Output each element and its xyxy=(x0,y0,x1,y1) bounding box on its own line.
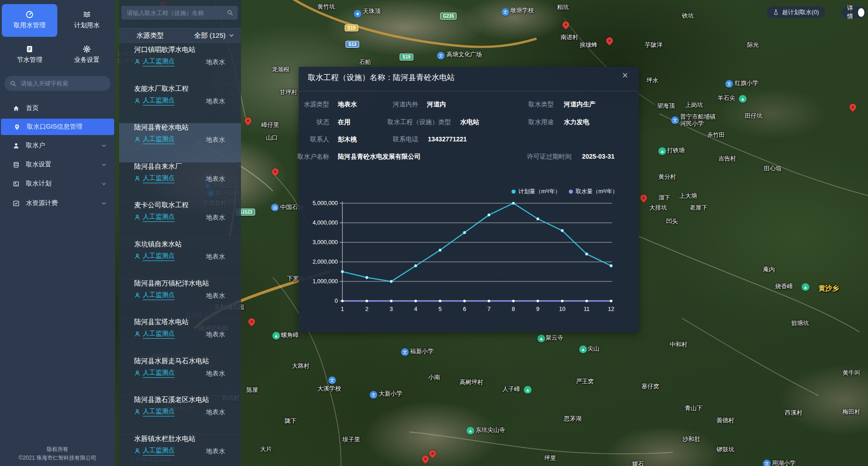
station-list-item[interactable]: 水唇镇水栏肚水电站人工监测点地表水 xyxy=(119,435,241,466)
copyright: 版权所有 ©2021 珠海市仁智科技有限公司 xyxy=(0,445,115,462)
filter-value[interactable]: 全部 (125) xyxy=(194,31,226,40)
map-poi-green[interactable]: ▲ xyxy=(467,427,474,435)
person-icon xyxy=(134,253,140,260)
map-poi-blue[interactable]: 文 xyxy=(401,348,409,356)
person-icon xyxy=(134,331,140,337)
person-icon xyxy=(134,214,140,220)
station-list-item[interactable]: 麦卡公司取水工程人工监测点地表水 xyxy=(119,201,241,240)
chevron-down-icon xyxy=(101,200,107,206)
map-poi-green[interactable]: ▲ xyxy=(579,346,587,353)
module-3[interactable]: 节水管理 xyxy=(2,39,57,71)
station-name: 河口镇唱歌潭水电站 xyxy=(134,45,196,54)
copyright-line1: 版权所有 xyxy=(0,445,115,454)
station-list-item[interactable]: 陆河县自来水厂人工监测点地表水 xyxy=(119,162,241,201)
map-poi-green[interactable]: ▲ xyxy=(524,386,532,394)
svg-text:5,000,000: 5,000,000 xyxy=(312,200,338,206)
person-icon xyxy=(134,59,140,65)
station-list-item[interactable]: 友能水厂取水工程人工监测点地表水 xyxy=(119,85,241,124)
sidebar-item-5[interactable]: 取水计划 xyxy=(0,175,115,192)
sidebar-item-6[interactable]: 水资源计费 xyxy=(0,195,115,211)
svg-text:1,000,000: 1,000,000 xyxy=(312,278,338,285)
sidebar-item-label: 首页 xyxy=(26,104,39,112)
location-pin-icon xyxy=(14,124,20,130)
map-poi-green[interactable]: ▲ xyxy=(658,147,666,155)
svg-text:9: 9 xyxy=(536,306,539,312)
close-icon[interactable]: × xyxy=(622,70,628,80)
water-source-filter[interactable]: 水源类型 全部 (125) xyxy=(119,28,241,43)
person-icon xyxy=(134,175,140,182)
water-source-type: 地表水 xyxy=(206,331,225,339)
water-source-type: 地表水 xyxy=(206,97,225,105)
module-4[interactable]: 业务设置 xyxy=(59,39,115,71)
waves-icon xyxy=(83,10,91,19)
detail-toggle[interactable]: 详情 xyxy=(842,6,866,18)
sidebar-item-3[interactable]: 取水户 xyxy=(0,137,115,154)
person-icon xyxy=(134,331,140,337)
monitor-type: 人工监测点 xyxy=(134,213,175,222)
sidebar-search-input[interactable] xyxy=(20,80,105,87)
station-list-item[interactable]: 陆河县激石溪老区水电站人工监测点地表水 xyxy=(119,396,241,435)
station-name: 陆河县水唇走马石水电站 xyxy=(134,357,209,366)
water-source-type: 地表水 xyxy=(206,253,225,261)
sidebar-item-label: 取水口GIS信息管理 xyxy=(27,123,82,131)
monitor-type: 人工监测点 xyxy=(134,252,175,261)
user-icon xyxy=(13,142,20,149)
svg-text:0: 0 xyxy=(335,298,338,304)
module-1[interactable]: 取用水管理 xyxy=(2,4,57,37)
station-list-item[interactable]: 陆河县宝塔水电站人工监测点地表水 xyxy=(119,318,241,357)
station-list-item[interactable]: 河口镇唱歌潭水电站人工监测点地表水 xyxy=(119,45,241,85)
sidebar-item-1[interactable]: 首页 xyxy=(0,100,115,116)
map-poi-blue[interactable]: ★ xyxy=(354,10,361,18)
map-poi-blue[interactable]: 文 xyxy=(328,376,336,384)
map-poi-blue[interactable]: 油 xyxy=(271,204,279,211)
person-icon xyxy=(134,448,140,454)
water-meter-icon xyxy=(25,10,34,19)
station-name: 陆河县自来水厂 xyxy=(134,162,182,171)
sidebar-item-label: 取水计划 xyxy=(26,180,51,188)
station-list-item[interactable]: 陆河县青砼水电站人工监测点地表水 xyxy=(119,123,241,162)
station-list-item[interactable]: 陆河县南万镇杞洋水电站人工监测点地表水 xyxy=(119,279,241,318)
monitor-type: 人工监测点 xyxy=(134,174,175,183)
station-name: 陆河县南万镇杞洋水电站 xyxy=(134,279,209,288)
map-poi-blue[interactable]: 文 xyxy=(437,52,445,60)
station-search-input[interactable] xyxy=(126,9,223,17)
over-plan-badge[interactable]: 超计划取水(0) xyxy=(767,6,825,18)
map-poi-green[interactable]: ▲ xyxy=(537,335,545,342)
map-poi-green[interactable]: ▲ xyxy=(802,283,809,291)
map-poi-blue[interactable]: 文 xyxy=(763,460,771,466)
svg-text:8: 8 xyxy=(512,306,515,312)
person-icon xyxy=(134,59,140,65)
map-poi-green[interactable]: ▲ xyxy=(272,332,280,340)
svg-text:12: 12 xyxy=(608,306,614,312)
person-icon xyxy=(134,292,140,299)
map-poi-blue[interactable]: 文 xyxy=(725,80,733,88)
chevron-down-icon xyxy=(101,181,107,187)
svg-text:4: 4 xyxy=(414,306,417,312)
svg-text:7: 7 xyxy=(487,306,491,312)
station-name: 陆河县青砼水电站 xyxy=(134,123,189,132)
monitor-type: 人工监测点 xyxy=(134,57,175,66)
map-poi-blue[interactable]: 文 xyxy=(370,391,377,399)
sidebar-item-4[interactable]: 取水设置 xyxy=(0,156,115,173)
sidebar-item-2[interactable]: 取水口GIS信息管理 xyxy=(1,119,114,135)
station-list-item[interactable]: 陆河县水唇走马石水电站人工监测点地表水 xyxy=(119,357,241,396)
module-label: 取用水管理 xyxy=(2,21,57,30)
flask-icon xyxy=(773,9,779,15)
module-2[interactable]: 计划用水 xyxy=(59,4,115,37)
plan-icon xyxy=(13,180,20,187)
monitor-type: 人工监测点 xyxy=(134,291,175,300)
sidebar-search[interactable] xyxy=(5,76,110,91)
svg-text:10: 10 xyxy=(559,306,566,312)
station-search[interactable] xyxy=(121,6,238,20)
svg-text:2,000,000: 2,000,000 xyxy=(312,259,338,265)
person-icon xyxy=(134,409,140,415)
map-poi-blue[interactable]: 文 xyxy=(502,8,509,16)
toggle-knob[interactable] xyxy=(858,8,864,17)
station-name: 陆河县激石溪老区水电站 xyxy=(134,396,209,404)
station-list-item[interactable]: 东坑镇自来水站人工监测点地表水 xyxy=(119,240,241,279)
person-icon xyxy=(134,370,140,376)
module-label: 节水管理 xyxy=(2,56,57,64)
map-poi-green[interactable]: ▲ xyxy=(739,95,747,103)
module-label: 业务设置 xyxy=(59,56,115,64)
map-poi-blue[interactable]: 文 xyxy=(671,116,679,124)
